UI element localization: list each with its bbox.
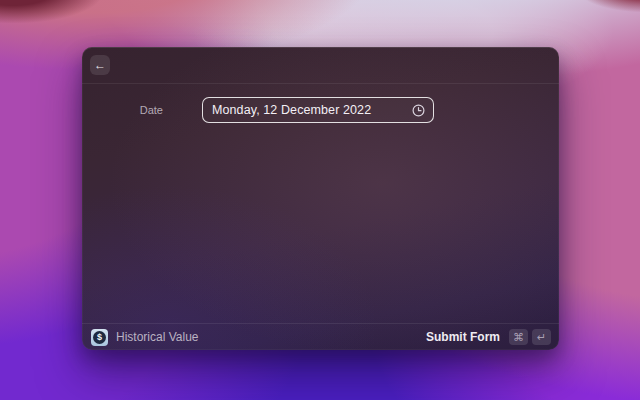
clock-icon[interactable] xyxy=(412,104,425,117)
window-footer: $ Historical Value Submit Form ⌘ ↵ xyxy=(82,323,559,350)
command-key-icon: ⌘ xyxy=(509,329,528,345)
return-key-icon: ↵ xyxy=(532,329,551,345)
date-picker-field[interactable]: Monday, 12 December 2022 xyxy=(202,97,434,123)
submit-form-label: Submit Form xyxy=(426,330,500,344)
date-value: Monday, 12 December 2022 xyxy=(212,103,412,117)
date-form-row: Date Monday, 12 December 2022 xyxy=(82,97,559,123)
submit-form-action[interactable]: Submit Form ⌘ ↵ xyxy=(426,329,551,345)
historical-value-extension-icon: $ xyxy=(91,329,108,346)
dollar-coin-icon: $ xyxy=(93,331,106,344)
date-field-label: Date xyxy=(82,104,163,116)
back-arrow-icon: ← xyxy=(94,59,106,71)
back-button[interactable]: ← xyxy=(90,55,110,75)
raycast-window: ← Date Monday, 12 December 2022 $ Histor… xyxy=(82,47,559,350)
command-title: Historical Value xyxy=(116,330,198,344)
window-header: ← xyxy=(82,47,559,84)
